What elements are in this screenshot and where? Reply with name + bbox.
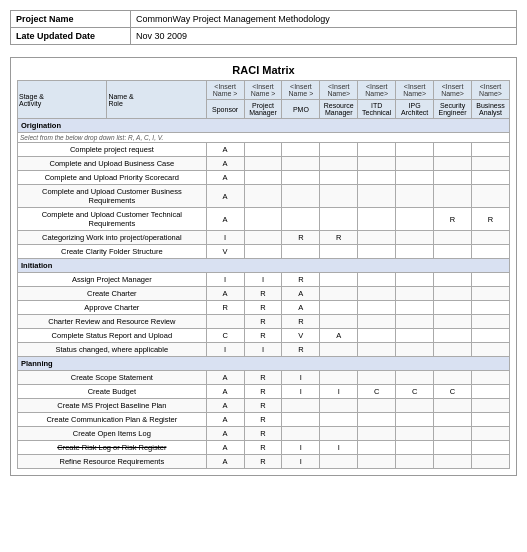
raci-cell: I <box>282 441 320 455</box>
raci-cell: A <box>206 413 244 427</box>
raci-cell: A <box>206 455 244 469</box>
raci-cell <box>320 273 358 287</box>
raci-cell: A <box>206 171 244 185</box>
raci-cell <box>434 171 472 185</box>
raci-cell <box>282 185 320 208</box>
table-row: Refine Resource Requirements <box>18 455 207 469</box>
table-row: Complete project request <box>18 143 207 157</box>
raci-cell <box>472 245 510 259</box>
name-header: Name &Role <box>107 81 206 119</box>
raci-cell <box>396 441 434 455</box>
table-row: Create Charter <box>18 287 207 301</box>
raci-cell: A <box>206 208 244 231</box>
raci-cell <box>282 208 320 231</box>
table-row: Create Clarity Folder Structure <box>18 245 207 259</box>
raci-cell <box>434 273 472 287</box>
raci-cell <box>472 143 510 157</box>
raci-cell <box>358 413 396 427</box>
raci-cell <box>434 329 472 343</box>
pmo-header: PMO <box>282 100 320 119</box>
table-row: Status changed, where applicable <box>18 343 207 357</box>
raci-cell <box>244 185 282 208</box>
raci-cell <box>396 143 434 157</box>
last-updated-label: Late Updated Date <box>11 28 131 45</box>
raci-cell <box>320 371 358 385</box>
raci-cell <box>320 301 358 315</box>
raci-cell <box>472 413 510 427</box>
raci-cell <box>434 371 472 385</box>
raci-container: RACI Matrix Stage &Activity Name &Role <… <box>10 57 517 476</box>
raci-table: Stage &Activity Name &Role <InsertName >… <box>17 80 510 469</box>
raci-cell <box>472 385 510 399</box>
raci-cell <box>320 413 358 427</box>
raci-cell <box>396 185 434 208</box>
raci-cell <box>434 441 472 455</box>
raci-cell <box>320 245 358 259</box>
raci-cell: I <box>206 231 244 245</box>
raci-cell <box>472 273 510 287</box>
raci-cell <box>358 399 396 413</box>
raci-cell: C <box>396 385 434 399</box>
raci-cell: R <box>282 273 320 287</box>
raci-cell <box>206 315 244 329</box>
raci-cell <box>320 455 358 469</box>
raci-cell <box>320 343 358 357</box>
raci-cell: V <box>282 329 320 343</box>
raci-cell <box>320 399 358 413</box>
raci-cell: A <box>206 371 244 385</box>
stage-header: Stage &Activity <box>18 81 107 119</box>
raci-cell <box>244 143 282 157</box>
raci-cell: R <box>244 287 282 301</box>
raci-cell <box>358 441 396 455</box>
col8-header: <InsertName> <box>472 81 510 100</box>
raci-cell <box>244 171 282 185</box>
col5-header: <InsertName> <box>358 81 396 100</box>
project-name-value: CommonWay Project Management Methodology <box>131 11 517 28</box>
raci-cell: A <box>206 399 244 413</box>
col3-header: <InsertName > <box>282 81 320 100</box>
raci-cell: A <box>206 143 244 157</box>
table-row: Complete Status Report and Upload <box>18 329 207 343</box>
raci-cell <box>358 343 396 357</box>
table-row: Create Budget <box>18 385 207 399</box>
section-label: Origination <box>18 119 510 133</box>
raci-cell <box>358 301 396 315</box>
raci-cell <box>472 343 510 357</box>
raci-cell <box>358 287 396 301</box>
note-text: Select from the below drop down list: R,… <box>18 133 510 143</box>
raci-cell: R <box>244 371 282 385</box>
raci-cell <box>434 343 472 357</box>
raci-cell <box>396 427 434 441</box>
raci-cell <box>472 315 510 329</box>
raci-cell <box>472 371 510 385</box>
section-label: Initiation <box>18 259 510 273</box>
raci-cell <box>358 455 396 469</box>
raci-cell <box>282 171 320 185</box>
raci-cell <box>320 157 358 171</box>
raci-cell: I <box>320 385 358 399</box>
raci-cell <box>434 287 472 301</box>
raci-cell: R <box>244 441 282 455</box>
raci-cell <box>472 301 510 315</box>
raci-cell: A <box>282 301 320 315</box>
raci-cell <box>396 245 434 259</box>
raci-cell: R <box>320 231 358 245</box>
raci-cell: R <box>244 315 282 329</box>
raci-cell <box>358 371 396 385</box>
table-row: Charter Review and Resource Review <box>18 315 207 329</box>
raci-cell <box>396 157 434 171</box>
raci-cell <box>396 343 434 357</box>
raci-cell: I <box>320 441 358 455</box>
raci-cell: R <box>244 329 282 343</box>
raci-cell <box>244 208 282 231</box>
raci-cell <box>282 427 320 441</box>
col7-header: <InsertName> <box>434 81 472 100</box>
table-row: Complete and Upload Customer Business Re… <box>18 185 207 208</box>
raci-cell <box>434 399 472 413</box>
raci-cell <box>320 143 358 157</box>
ipg-header: IPGArchitect <box>396 100 434 119</box>
resource-manager-header: ResourceManager <box>320 100 358 119</box>
raci-cell <box>320 208 358 231</box>
table-row: Approve Charter <box>18 301 207 315</box>
raci-cell <box>396 413 434 427</box>
